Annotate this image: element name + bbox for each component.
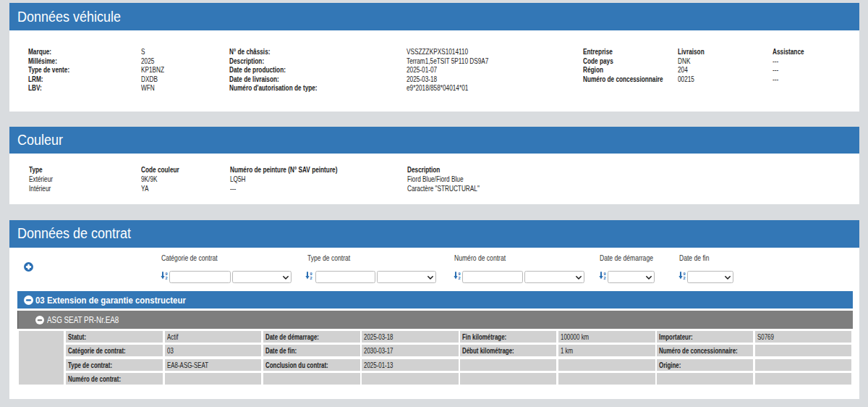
svg-text:9: 9	[458, 272, 460, 276]
svg-text:2: 2	[458, 276, 460, 280]
svg-text:2: 2	[603, 276, 605, 280]
svg-text:2: 2	[165, 276, 167, 280]
svg-text:9: 9	[165, 272, 167, 276]
svg-text:9: 9	[603, 272, 605, 276]
svg-text:9: 9	[683, 272, 685, 276]
svg-text:2: 2	[310, 276, 312, 280]
svg-text:9: 9	[310, 272, 312, 276]
svg-text:2: 2	[683, 276, 685, 280]
